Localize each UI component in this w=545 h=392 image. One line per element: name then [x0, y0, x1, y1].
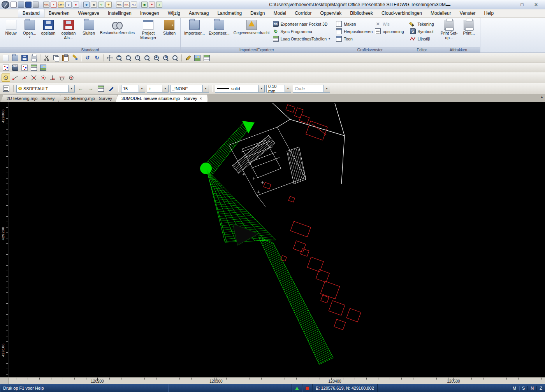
app-logo-icon[interactable] [2, 1, 9, 9]
qat-grid-icon[interactable]: ▦ [141, 2, 148, 8]
menu-landmeting[interactable]: Landmeting [213, 9, 246, 18]
image-insert-button[interactable] [193, 54, 202, 62]
copy-button[interactable] [52, 54, 60, 62]
chevron-down-icon[interactable]: ▼ [202, 85, 209, 92]
zoom-realtime-button[interactable] [134, 54, 142, 62]
pan-button[interactable] [105, 54, 114, 62]
layer-back-button[interactable]: ← [76, 84, 85, 93]
exporteer-button[interactable]: Exporteer... [207, 19, 231, 36]
close-tab-icon[interactable]: × [199, 96, 202, 101]
point-style-combo[interactable]: + ▼ [147, 85, 169, 93]
zoom-window-button[interactable] [143, 54, 151, 62]
exporteer-pocket3d-button[interactable]: PID Exporteer naar Pocket 3D [273, 21, 331, 27]
grid-settings-button[interactable] [202, 54, 211, 62]
snap-free-button[interactable] [2, 74, 10, 82]
menu-help[interactable]: Help [480, 9, 498, 18]
cut-button[interactable] [42, 54, 51, 62]
maken-button[interactable]: Maken [336, 21, 373, 27]
flag-n[interactable]: N [528, 386, 537, 390]
new-button[interactable] [2, 54, 10, 62]
nieuw-button[interactable]: Nieuw [2, 19, 20, 36]
tab-scroll-up-icon[interactable]: ▲ [540, 95, 543, 99]
text-size-combo[interactable]: 15 ▼ [121, 85, 145, 93]
flag-z[interactable]: Z [537, 386, 545, 390]
sluiten-button[interactable]: Sluiten [80, 19, 98, 36]
gegevensoverdracht-button[interactable]: Gegevensoverdracht [232, 19, 271, 36]
qat-polyline-icon[interactable]: ◇ [65, 2, 72, 8]
menu-design[interactable]: Design [246, 9, 269, 18]
menu-weergave[interactable]: Weergave [74, 9, 103, 18]
point-markers-button[interactable] [20, 63, 29, 72]
status-snap-indicator[interactable] [292, 384, 302, 392]
menu-venster[interactable]: Venster [455, 9, 480, 18]
sluiten-app-button[interactable]: Sluiten [160, 19, 178, 36]
qat-new-icon[interactable] [11, 2, 17, 8]
project-manager-button[interactable]: Project Manager [137, 19, 160, 41]
save-button[interactable] [20, 54, 29, 62]
pen-tool-button[interactable] [184, 54, 192, 62]
style-pen-button[interactable] [107, 84, 115, 93]
qat-globe-icon[interactable]: ◍ [83, 2, 90, 8]
zoom-out-button[interactable] [124, 54, 133, 62]
point-labels-button[interactable]: ABC [11, 63, 19, 72]
qat-print-icon[interactable] [33, 2, 39, 8]
importeer-button[interactable]: Importeer... [183, 19, 206, 36]
chevron-down-icon[interactable]: ▼ [285, 85, 291, 92]
qat-label-all1-icon[interactable]: ALL [123, 2, 130, 8]
close-button[interactable]: ✕ [532, 2, 540, 8]
sheet-manager-button[interactable] [2, 84, 11, 93]
menu-aanvraag[interactable]: Aanvraag [185, 9, 213, 18]
layer-forward-button[interactable]: → [86, 84, 95, 93]
zoom-in-button[interactable] [115, 54, 123, 62]
chevron-down-icon[interactable]: ▼ [139, 85, 145, 92]
paste-button[interactable] [61, 54, 70, 62]
qat-open-icon[interactable] [18, 2, 24, 8]
code-combo[interactable]: Code ▼ [293, 85, 330, 93]
tab-2d-tekening[interactable]: 2D tekening.mjo - Survey [1, 94, 61, 102]
menu-corridor[interactable]: Corridor [290, 9, 316, 18]
qat-label-all2-icon[interactable]: ALL [131, 2, 137, 8]
qat-crop-icon[interactable]: ▣ [91, 2, 97, 8]
menu-bestand[interactable]: Bestand [18, 9, 44, 18]
bestandsreferenties-button[interactable]: Bestandsreferenties [98, 19, 136, 36]
qat-sync-icon[interactable]: ↻ [98, 2, 104, 8]
layer-manager-button[interactable] [97, 84, 105, 93]
open-button[interactable]: Open... ▾ [21, 19, 39, 40]
chevron-down-icon[interactable]: ▼ [68, 85, 74, 92]
symbool-editor-button[interactable]: S Symbool [410, 28, 434, 34]
menu-cloud-verbindingen[interactable]: Cloud-verbindingen [377, 9, 426, 18]
snap-endpoint-button[interactable] [11, 74, 19, 82]
point-table-button[interactable] [30, 63, 38, 72]
menu-model[interactable]: Model [269, 9, 290, 18]
undo-button[interactable]: ↺ [83, 54, 92, 62]
menu-modelleur[interactable]: Modelleur [426, 9, 455, 18]
menu-invoegen[interactable]: Invoegen [136, 9, 164, 18]
menu-instellingen[interactable]: Instellingen [104, 9, 136, 18]
line-type-combo[interactable]: solid ▼ [215, 85, 265, 93]
qat-label-abc-icon[interactable]: ABC [116, 2, 122, 8]
drawing-canvas[interactable] [9, 102, 545, 377]
menu-oppervlak[interactable]: Oppervlak [316, 9, 346, 18]
tab-3dmodel-nieuwe-situatie[interactable]: 3DMODEL-nieuwe situatie.mjo - Survey × [116, 94, 208, 102]
lijnstijl-editor-button[interactable]: Lijnstijl [410, 36, 434, 42]
flag-s[interactable]: S [519, 386, 528, 390]
opsomming-button[interactable]: opsomming [375, 28, 404, 34]
line-weight-combo[interactable]: 0.10 mm ▼ [266, 85, 291, 93]
menu-wijzig[interactable]: Wijzig [164, 9, 185, 18]
qat-spellcheck-icon[interactable]: ABC [43, 2, 49, 8]
status-record-indicator[interactable] [302, 384, 313, 392]
snap-perpendicular-button[interactable] [48, 74, 57, 82]
laag-omzettingstabellen-button[interactable]: Laag OmzettingsTabellen ▾ [273, 36, 331, 42]
menu-bewerken[interactable]: Bewerken [44, 9, 74, 18]
snap-intersection-button[interactable] [30, 74, 38, 82]
format-painter-button[interactable] [70, 54, 79, 62]
menu-bibliotheek[interactable]: Bibliotheek [346, 9, 377, 18]
print-setup-button[interactable]: Print Set-up... [439, 19, 459, 41]
print-button[interactable] [30, 54, 38, 62]
qat-measure-icon[interactable]: ✛ [105, 2, 112, 8]
restore-button[interactable]: □ [518, 2, 526, 8]
zoom-previous-button[interactable] [162, 54, 170, 62]
wis-button[interactable]: ✕ Wis [375, 21, 404, 27]
snap-node-button[interactable] [39, 74, 47, 82]
zoom-all-button[interactable] [171, 54, 179, 62]
